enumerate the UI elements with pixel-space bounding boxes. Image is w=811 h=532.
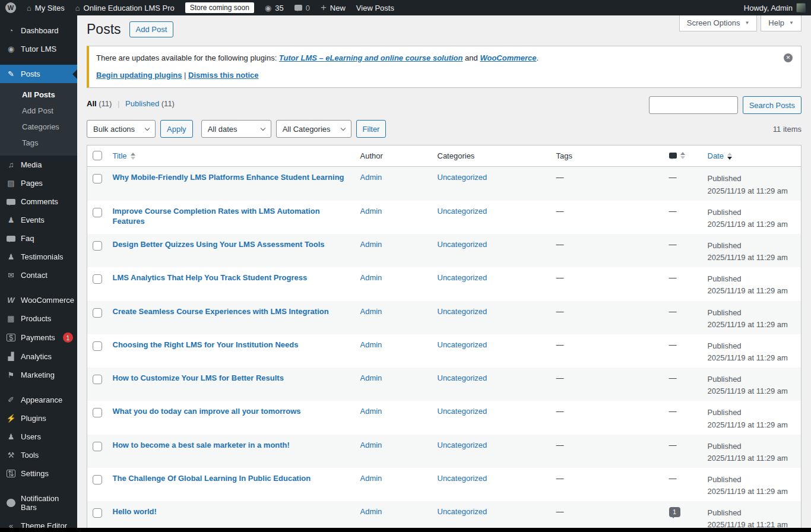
post-title-link[interactable]: Improve Course Completion Rates with LMS… — [113, 207, 320, 226]
sidebar-item-pages[interactable]: ▤Pages — [0, 174, 77, 192]
my-account-menu[interactable]: Howdy, Admin — [739, 0, 811, 15]
site-name-menu[interactable]: ⌂ Online Education LMS Pro — [70, 0, 180, 15]
post-category-link[interactable]: Uncategorized — [438, 441, 487, 449]
row-checkbox[interactable] — [93, 508, 102, 518]
view-posts-menu[interactable]: View Posts — [351, 0, 400, 15]
post-category-link[interactable]: Uncategorized — [438, 173, 487, 182]
sidebar-item-contact[interactable]: ✉Contact — [0, 266, 77, 284]
wordpress-menu[interactable]: W — [0, 0, 21, 15]
column-comments[interactable] — [663, 145, 702, 167]
post-author-link[interactable]: Admin — [360, 307, 382, 316]
post-title-link[interactable]: What you do today can improve all your t… — [113, 407, 301, 416]
sidebar-item-dashboard[interactable]: ◔Dashboard — [0, 21, 77, 40]
row-checkbox[interactable] — [93, 174, 102, 183]
post-category-link[interactable]: Uncategorized — [438, 407, 487, 416]
sidebar-item-payments[interactable]: $Payments1 — [0, 328, 77, 347]
view-published-link[interactable]: Published — [125, 99, 159, 108]
sidebar-subitem-add-post[interactable]: Add Post — [0, 103, 77, 119]
post-category-link[interactable]: Uncategorized — [438, 207, 487, 216]
my-sites-menu[interactable]: ⌂ My Sites — [21, 0, 70, 15]
post-category-link[interactable]: Uncategorized — [438, 273, 487, 282]
row-checkbox[interactable] — [93, 341, 102, 351]
sidebar-item-marketing[interactable]: ⚑Marketing — [0, 366, 77, 384]
sidebar-subitem-tags[interactable]: Tags — [0, 135, 77, 151]
post-author-link[interactable]: Admin — [360, 207, 382, 216]
dates-filter-select[interactable]: All dates — [201, 120, 271, 138]
sidebar-item-woocommerce[interactable]: WWooCommerce — [0, 291, 77, 309]
sidebar-item-appearance[interactable]: ✐Appearance — [0, 391, 77, 409]
post-author-link[interactable]: Admin — [360, 273, 382, 282]
row-checkbox[interactable] — [93, 308, 102, 318]
sidebar-item-plugins[interactable]: ⚡Plugins — [0, 409, 77, 428]
site-views-menu[interactable]: ◉ 35 — [259, 0, 289, 15]
post-author-link[interactable]: Admin — [360, 340, 382, 349]
sidebar-item-analytics[interactable]: ▟Analytics — [0, 347, 77, 366]
row-checkbox[interactable] — [93, 408, 102, 417]
filter-button[interactable]: Filter — [356, 120, 387, 138]
post-category-link[interactable]: Uncategorized — [438, 240, 487, 249]
post-title-link[interactable]: Hello world! — [113, 507, 157, 516]
post-author-link[interactable]: Admin — [360, 240, 382, 249]
post-category-link[interactable]: Uncategorized — [438, 507, 487, 516]
post-author-link[interactable]: Admin — [360, 507, 382, 516]
post-title-link[interactable]: Design Better Quizzes Using Your LMS Ass… — [113, 240, 325, 249]
woocommerce-update-link[interactable]: WooCommerce — [480, 53, 536, 62]
view-all-link[interactable]: All — [87, 99, 97, 108]
sidebar-item-notification-bars[interactable]: iNotification Bars — [0, 489, 77, 517]
post-category-link[interactable]: Uncategorized — [438, 340, 487, 349]
row-checkbox[interactable] — [93, 475, 102, 484]
post-title-link[interactable]: Create Seamless Course Experiences with … — [113, 307, 329, 316]
post-title-link[interactable]: Choosing the Right LMS for Your Institut… — [113, 340, 299, 349]
dismiss-notice-icon[interactable]: ✕ — [784, 53, 793, 62]
post-category-link[interactable]: Uncategorized — [438, 307, 487, 316]
sidebar-item-comments[interactable]: Comments — [0, 192, 77, 211]
row-checkbox[interactable] — [93, 274, 102, 284]
sidebar-item-testimonials[interactable]: ♟Testimonials — [0, 248, 77, 266]
screen-options-button[interactable]: Screen Options ▼ — [679, 15, 758, 31]
post-category-link[interactable]: Uncategorized — [438, 474, 487, 483]
sidebar-item-posts[interactable]: ✎Posts — [0, 65, 77, 83]
sidebar-item-faq[interactable]: Faq — [0, 229, 77, 248]
comments-menu[interactable]: 0 — [289, 0, 315, 15]
row-checkbox[interactable] — [93, 241, 102, 251]
new-content-menu[interactable]: + New — [315, 0, 351, 15]
column-date[interactable]: Date — [702, 145, 802, 167]
post-author-link[interactable]: Admin — [360, 373, 382, 382]
post-title-link[interactable]: How to become a best sale marketer in a … — [113, 441, 290, 449]
sidebar-item-tools[interactable]: ⚒Tools — [0, 446, 77, 464]
sidebar-subitem-all-posts[interactable]: All Posts — [0, 87, 77, 103]
post-author-link[interactable]: Admin — [360, 407, 382, 416]
search-input[interactable] — [649, 96, 738, 114]
column-title[interactable]: Title — [107, 145, 354, 167]
search-posts-button[interactable]: Search Posts — [743, 96, 802, 114]
post-author-link[interactable]: Admin — [360, 474, 382, 483]
sidebar-item-tutor-lms[interactable]: ◉Tutor LMS — [0, 40, 77, 58]
select-all-checkbox[interactable] — [93, 151, 102, 160]
sidebar-item-users[interactable]: ♟Users — [0, 428, 77, 446]
tutor-lms-update-link[interactable]: Tutor LMS – eLearning and online course … — [279, 53, 463, 62]
dismiss-notice-link[interactable]: Dismiss this notice — [188, 71, 258, 80]
add-post-button[interactable]: Add Post — [129, 21, 174, 37]
post-title-link[interactable]: How to Customize Your LMS for Better Res… — [113, 373, 284, 382]
sidebar-item-products[interactable]: ▦Products — [0, 309, 77, 328]
post-title-link[interactable]: LMS Analytics That Help You Track Studen… — [113, 273, 308, 282]
help-button[interactable]: Help ▼ — [761, 15, 802, 31]
row-checkbox[interactable] — [93, 375, 102, 384]
categories-filter-select[interactable]: All Categories — [276, 120, 351, 138]
post-title-link[interactable]: Why Mobile-Friendly LMS Platforms Enhanc… — [113, 173, 344, 182]
menu-section: iNotification Bars«Theme Editor↑Top BarW… — [0, 489, 77, 532]
row-checkbox[interactable] — [93, 442, 102, 451]
post-author-link[interactable]: Admin — [360, 441, 382, 449]
apply-button[interactable]: Apply — [160, 120, 193, 138]
post-title-link[interactable]: The Challenge Of Global Learning In Publ… — [113, 474, 311, 483]
row-checkbox[interactable] — [93, 208, 102, 217]
comment-count-badge[interactable]: 1 — [669, 507, 680, 517]
sidebar-item-media[interactable]: ♫Media — [0, 156, 77, 174]
sidebar-item-events[interactable]: ♟Events — [0, 211, 77, 229]
post-author-link[interactable]: Admin — [360, 173, 382, 182]
sidebar-subitem-categories[interactable]: Categories — [0, 119, 77, 135]
begin-updating-plugins-link[interactable]: Begin updating plugins — [96, 71, 182, 80]
post-category-link[interactable]: Uncategorized — [438, 373, 487, 382]
bulk-actions-select[interactable]: Bulk actions — [87, 120, 156, 138]
sidebar-item-settings[interactable]: ⇅Settings — [0, 464, 77, 483]
